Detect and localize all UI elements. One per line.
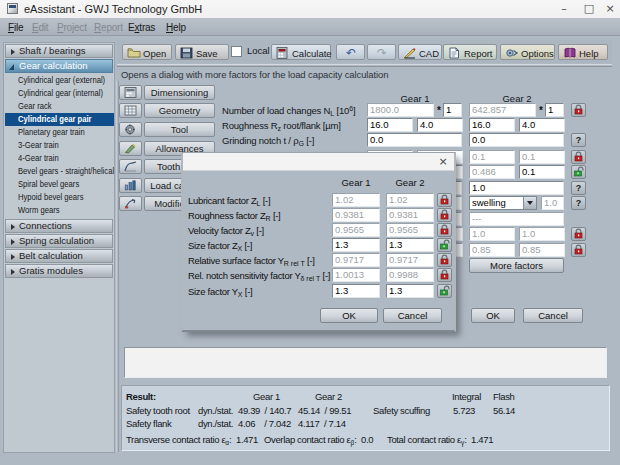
row10-g2-b[interactable]: 0.85 [519,243,565,257]
chevron-down-icon[interactable] [523,197,536,209]
dialog-size-factor-z-lock-button[interactable] [437,238,452,252]
local-checkbox[interactable] [231,46,242,57]
dialog-size-factor-y-gear2[interactable]: 1.3 [386,284,434,298]
sidebar-section-spring-calculation[interactable]: Spring calculation [5,234,113,248]
sidebar-item-cylindrical-gear-internal[interactable]: Cylindrical gear (internal) [5,87,114,100]
nav-button-dimensioning[interactable]: Dimensioning [144,85,215,100]
load-changes-g1-multiplier[interactable]: 1 [443,103,462,117]
dialog-velocity-factor-lock-button[interactable] [437,223,452,237]
load-changes-g2-value[interactable]: 642.857 [469,103,536,117]
cad-button[interactable]: CAD [398,44,442,60]
row4-lock-button[interactable] [571,150,586,164]
dialog-relative-surface-factor-gear2[interactable]: 0.9717 [386,253,434,267]
load-changes-g1-value[interactable]: 1800.0 [367,103,434,117]
sidebar-item-planetary-gear-train[interactable]: Planetary gear train [5,126,114,139]
calculate-button[interactable]: Calculate [271,44,331,60]
sidebar-item-cylindrical-gear-pair[interactable]: Cylindrical gear pair [5,113,114,126]
dialog-size-factor-z-gear1[interactable]: 1.3 [332,238,380,252]
row7-g2-value[interactable]: 1.0 [541,196,564,210]
dialog-relative-surface-factor-lock-button[interactable] [437,253,452,267]
roughness-g1-a[interactable]: 16.0 [367,118,413,132]
dialog-lubricant-factor-gear1[interactable]: 1.02 [332,193,380,207]
dialog-size-factor-y-gear1[interactable]: 1.3 [332,284,380,298]
sidebar-section-gratis-modules[interactable]: Gratis modules [5,264,113,278]
dialog-lubricant-factor-lock-button[interactable] [437,193,452,207]
row10-g2-a[interactable]: 0.85 [469,243,515,257]
sidebar-item-4-gear-train[interactable]: 4-Gear train [5,152,114,165]
load-changes-lock-button[interactable] [571,103,586,117]
nav-icon-allowances[interactable] [119,141,142,156]
menu-extras[interactable]: Extras [128,22,155,33]
sidebar-item-gear-rack[interactable]: Gear rack [5,100,114,113]
dialog-close-icon[interactable]: × [435,155,451,169]
load-changes-g2-multiplier[interactable]: 1 [545,103,564,117]
row4-g2-a[interactable]: 0.1 [469,150,515,164]
row10-lock-button[interactable] [571,243,586,257]
more-factors-button[interactable]: More factors [469,258,564,273]
grinding-notch-help-button[interactable]: ? [571,133,586,147]
roughness-g2-a[interactable]: 16.0 [469,118,515,132]
redo-button[interactable]: ↷ [367,44,396,60]
row6-g2-value[interactable]: 1.0 [469,181,564,195]
row8-g2-value[interactable]: --- [469,212,564,226]
sidebar-item-hypoid-bevel-gears[interactable]: Hypoid bevel gears [5,191,114,204]
row7-g2-dropdown[interactable]: swelling [469,196,537,210]
row7-help-button[interactable]: ? [571,196,586,210]
row5-lock-button[interactable] [571,165,586,179]
sidebar-item-spiral-bevel-gears[interactable]: Spiral bevel gears [5,178,114,191]
nav-button-tool[interactable]: Tool [144,122,215,137]
roughness-g1-b[interactable]: 4.0 [417,118,463,132]
row4-g2-b[interactable]: 0.1 [519,150,565,164]
sidebar-item-cylindrical-gear-external[interactable]: Cylindrical gear (external) [5,74,114,87]
roughness-g2-b[interactable]: 4.0 [519,118,565,132]
nav-icon-dimensioning[interactable] [119,85,142,100]
dialog-cancel-button[interactable]: Cancel [383,308,442,323]
dialog-rel-notch-sensitivity-factor-gear2[interactable]: 0.9988 [386,268,434,282]
dialog-ok-button[interactable]: OK [320,308,378,323]
dialog-size-factor-z-gear2[interactable]: 1.3 [386,238,434,252]
sidebar-item-3-gear-train[interactable]: 3-Gear train [5,139,114,152]
nav-icon-modification[interactable] [119,196,142,211]
grinding-notch-g1-value[interactable]: 0.0 [367,133,462,147]
report-button[interactable]: Report [443,44,497,60]
dialog-lubricant-factor-gear2[interactable]: 1.02 [386,193,434,207]
sidebar-item-worm-gears[interactable]: Worm gears [5,204,114,217]
sidebar-section-belt-calculation[interactable]: Belt calculation [5,249,113,263]
maximize-button[interactable]: □ [580,2,598,16]
sidebar-section-connections[interactable]: Connections [5,219,113,233]
form-cancel-button[interactable]: Cancel [523,308,583,323]
dialog-roughness-factor-gear2[interactable]: 0.9381 [386,208,434,222]
sidebar-item-bevel-gears-straight-helical[interactable]: Bevel gears - straight/helical [5,165,114,178]
nav-icon-geometry[interactable] [119,103,142,118]
open-button[interactable]: Open [122,44,172,60]
menu-file[interactable]: File [8,22,23,33]
options-button[interactable]: Options [500,44,555,60]
sidebar-section-gear-calculation[interactable]: Gear calculation [5,59,113,73]
dialog-velocity-factor-gear2[interactable]: 0.9565 [386,223,434,237]
menu-help[interactable]: Help [166,22,186,33]
dialog-rel-notch-sensitivity-factor-gear1[interactable]: 1.0013 [332,268,380,282]
grinding-notch-g2-value[interactable]: 0.0 [469,133,564,147]
row5-g2-b[interactable]: 0.1 [519,165,565,179]
row9-g2-b[interactable]: 1.0 [519,227,565,241]
dialog-relative-surface-factor-gear1[interactable]: 0.9717 [332,253,380,267]
save-button[interactable]: Save [175,44,229,60]
row6-help-button[interactable]: ? [571,181,586,195]
close-button[interactable]: × [601,2,619,16]
row5-g2-a[interactable]: 0.486 [469,165,515,179]
nav-icon-tool[interactable] [119,122,142,137]
help-button[interactable]: Help [558,44,608,60]
dialog-title-bar[interactable]: × [183,153,454,171]
row9-g2-a[interactable]: 1.0 [469,227,515,241]
row9-lock-button[interactable] [571,227,586,241]
minimize-button[interactable]: – [555,2,573,16]
dialog-size-factor-y-lock-button[interactable] [437,284,452,298]
dialog-rel-notch-sensitivity-factor-lock-button[interactable] [437,268,452,282]
form-ok-button[interactable]: OK [471,308,515,323]
dialog-roughness-factor-lock-button[interactable] [437,208,452,222]
dialog-velocity-factor-gear1[interactable]: 0.9565 [332,223,380,237]
sidebar-section-shaft-bearings[interactable]: Shaft / bearings [5,44,113,58]
dialog-roughness-factor-gear1[interactable]: 0.9381 [332,208,380,222]
nav-button-geometry[interactable]: Geometry [144,103,215,118]
nav-icon-tooth-form[interactable] [119,159,142,174]
